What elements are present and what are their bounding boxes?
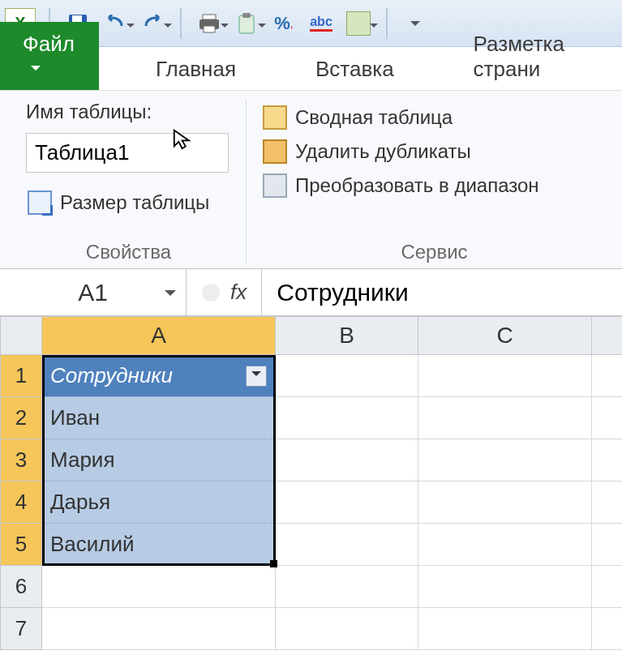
name-box-dropdown-icon[interactable] (165, 290, 176, 302)
remove-duplicates-icon (263, 139, 287, 164)
column-header[interactable] (592, 316, 622, 355)
cell[interactable] (276, 608, 418, 650)
remove-duplicates-button[interactable]: Удалить дубликаты (261, 135, 607, 169)
formula-controls: fx (187, 269, 262, 315)
ribbon-group-properties: Имя таблицы: Размер таблицы Свойства (11, 101, 247, 263)
pivot-table-button[interactable]: Сводная таблица (261, 101, 607, 135)
cell[interactable] (418, 355, 592, 397)
print-icon[interactable] (195, 9, 224, 38)
svg-point-8 (202, 284, 220, 302)
resize-table-icon (28, 190, 52, 215)
tab-home[interactable]: Главная (133, 47, 259, 90)
cell[interactable] (276, 397, 418, 439)
row-header[interactable]: 2 (0, 397, 42, 439)
cell[interactable] (276, 482, 418, 524)
redo-icon[interactable] (138, 9, 167, 38)
convert-to-range-button[interactable]: Преобразовать в диапазон (261, 169, 607, 203)
cell[interactable] (276, 566, 418, 608)
table-name-input[interactable] (26, 133, 229, 173)
filter-dropdown-icon[interactable] (246, 366, 267, 387)
cell[interactable]: Дарья (42, 482, 276, 524)
cell[interactable] (592, 482, 622, 524)
table-row: Сотрудники (42, 355, 622, 397)
name-box-value: A1 (78, 279, 108, 306)
cell[interactable]: Мария (42, 439, 276, 482)
cell[interactable]: Иван (42, 397, 276, 439)
column-header[interactable]: C (418, 316, 592, 355)
pivot-table-icon (263, 105, 287, 130)
cell[interactable] (592, 439, 622, 482)
formula-input[interactable] (262, 269, 622, 315)
pivot-table-label: Сводная таблица (295, 106, 453, 129)
fx-icon[interactable]: fx (230, 280, 247, 305)
table-row (42, 608, 622, 650)
table-row: Дарья (42, 482, 622, 524)
cell[interactable] (592, 355, 622, 397)
tools-icon[interactable] (344, 9, 373, 38)
tab-file[interactable]: Файл (0, 22, 99, 90)
row-header[interactable]: 4 (0, 482, 42, 524)
table-row (42, 566, 622, 608)
cell[interactable]: Василий (42, 524, 276, 566)
convert-to-range-icon (263, 173, 287, 198)
remove-duplicates-label: Удалить дубликаты (295, 140, 471, 163)
table-row: Иван (42, 397, 622, 439)
column-header[interactable]: A (42, 316, 276, 355)
spellcheck-icon[interactable]: abc (307, 9, 336, 38)
formula-bar: A1 fx (0, 269, 622, 316)
resize-table-button[interactable]: Размер таблицы (26, 186, 231, 220)
column-header[interactable]: B (276, 316, 418, 355)
ribbon-tabs: Файл Главная Вставка Разметка страни (0, 47, 622, 91)
ribbon-group-title-properties: Свойства (26, 233, 231, 263)
cell[interactable] (42, 566, 276, 608)
cell[interactable] (42, 608, 276, 650)
tab-home-label: Главная (156, 57, 236, 81)
convert-to-range-label: Преобразовать в диапазон (295, 174, 539, 197)
tab-insert-label: Вставка (315, 57, 394, 81)
ribbon-body: Имя таблицы: Размер таблицы Свойства Сво… (0, 91, 622, 269)
table-row: Василий (42, 524, 622, 566)
svg-rect-1 (72, 15, 82, 22)
cell[interactable] (418, 524, 592, 566)
row-header[interactable]: 6 (0, 566, 42, 608)
tab-page-layout[interactable]: Разметка страни (451, 22, 622, 90)
qat-separator (180, 8, 182, 39)
cell[interactable] (276, 355, 418, 397)
tab-insert[interactable]: Вставка (293, 47, 417, 90)
column-headers: A B C (42, 316, 622, 355)
spreadsheet-grid[interactable]: 1 2 3 4 5 6 7 A B C Сотрудники Иван (0, 316, 622, 650)
cell[interactable] (276, 524, 418, 566)
svg-rect-5 (204, 26, 215, 32)
cell[interactable] (276, 439, 418, 482)
formula-cancel-icon[interactable] (201, 283, 221, 302)
cell[interactable] (418, 608, 592, 650)
table-header-label: Сотрудники (50, 363, 173, 388)
customize-qat-icon[interactable] (401, 9, 430, 38)
row-header[interactable]: 7 (0, 608, 42, 650)
cell[interactable] (418, 482, 592, 524)
cell[interactable] (592, 566, 622, 608)
cell[interactable] (592, 397, 622, 439)
cell[interactable] (592, 524, 622, 566)
table-header-cell[interactable]: Сотрудники (42, 355, 276, 397)
row-headers: 1 2 3 4 5 6 7 (0, 316, 42, 650)
paste-icon[interactable] (232, 9, 261, 38)
cell[interactable] (418, 397, 592, 439)
name-box[interactable]: A1 (0, 269, 187, 315)
table-name-label: Имя таблицы: (26, 101, 231, 123)
svg-rect-3 (203, 15, 216, 19)
tab-file-label: Файл (23, 32, 75, 56)
row-header[interactable]: 5 (0, 524, 42, 566)
svg-rect-7 (242, 13, 251, 18)
table-row: Мария (42, 439, 622, 482)
row-header[interactable]: 1 (0, 355, 42, 397)
cell[interactable] (592, 608, 622, 650)
row-header[interactable]: 3 (0, 439, 42, 482)
resize-table-label: Размер таблицы (60, 191, 209, 214)
ribbon-group-tools: Сводная таблица Удалить дубликаты Преобр… (247, 101, 622, 263)
cell[interactable] (418, 566, 592, 608)
undo-icon[interactable] (101, 9, 130, 38)
percent-format-icon[interactable]: %, (269, 9, 298, 38)
select-all-corner[interactable] (0, 316, 42, 355)
cell[interactable] (418, 439, 592, 482)
